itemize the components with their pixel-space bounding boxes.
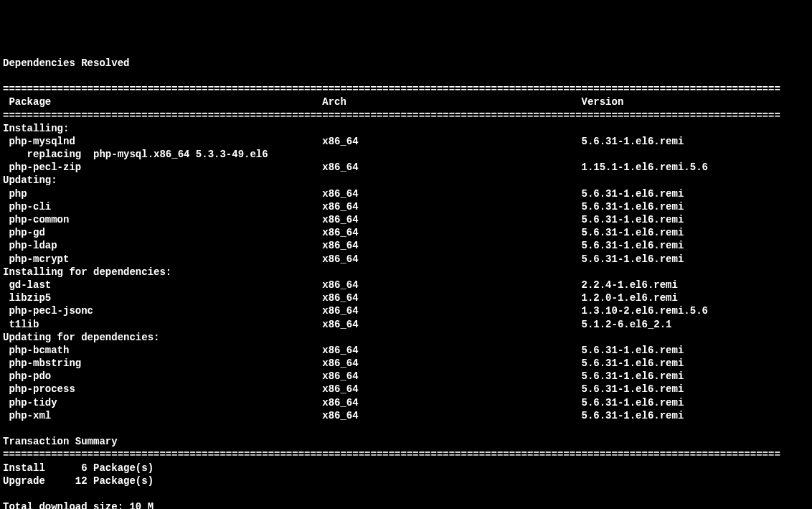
package-name: php-bcmath: [9, 344, 322, 357]
table-row: phpx86_645.6.31-1.el6.remi: [3, 187, 809, 200]
package-name: libzip5: [9, 291, 322, 304]
table-row: php-processx86_645.6.31-1.el6.remi: [3, 383, 809, 396]
download-size: Total download size: 10 M: [3, 500, 809, 509]
package-version: 5.6.31-1.el6.remi: [582, 409, 684, 422]
table-row: php-gdx86_645.6.31-1.el6.remi: [3, 226, 809, 239]
table-row: php-tidyx86_645.6.31-1.el6.remi: [3, 396, 809, 409]
table-row: php-commonx86_645.6.31-1.el6.remi: [3, 213, 809, 226]
table-row: php-mcryptx86_645.6.31-1.el6.remi: [3, 253, 809, 266]
package-version: 5.1.2-6.el6_2.1: [582, 318, 672, 331]
package-name: php-mysqlnd: [9, 135, 322, 148]
package-arch: x86_64: [322, 239, 581, 252]
package-version: 5.6.31-1.el6.remi: [582, 370, 684, 383]
package-arch: x86_64: [322, 396, 581, 409]
package-note: replacing php-mysql.x86_64 5.3.3-49.el6: [3, 148, 809, 161]
table-row: libzip5x86_641.2.0-1.el6.remi: [3, 291, 809, 304]
table-row: php-clix86_645.6.31-1.el6.remi: [3, 200, 809, 213]
package-arch: x86_64: [322, 213, 581, 226]
package-name: php-pecl-jsonc: [9, 304, 322, 317]
package-name: php-pdo: [9, 370, 322, 383]
package-arch: x86_64: [322, 357, 581, 370]
table-row: php-pecl-jsoncx86_641.3.10-2.el6.remi.5.…: [3, 304, 809, 317]
package-version: 5.6.31-1.el6.remi: [582, 135, 684, 148]
table-row: php-ldapx86_645.6.31-1.el6.remi: [3, 239, 809, 252]
package-name: gd-last: [9, 279, 322, 291]
package-version: 5.6.31-1.el6.remi: [582, 187, 684, 200]
package-name: php-process: [9, 383, 322, 396]
package-name: php-cli: [9, 200, 322, 213]
transaction-title: Transaction Summary: [3, 435, 809, 448]
package-arch: x86_64: [322, 344, 581, 357]
title: Dependencies Resolved: [3, 57, 809, 70]
table-header: PackageArchVersion: [3, 95, 809, 108]
table-row: t1libx86_645.1.2-6.el6_2.1: [3, 318, 809, 331]
package-arch: x86_64: [322, 304, 581, 317]
package-arch: x86_64: [322, 253, 581, 266]
package-arch: x86_64: [322, 187, 581, 200]
package-version: 1.15.1-1.el6.remi.5.6: [582, 161, 708, 174]
blank: [3, 422, 809, 435]
summary-upgrade: Upgrade 12 Package(s): [3, 475, 809, 487]
package-name: php-xml: [9, 409, 322, 422]
package-name: php-gd: [9, 226, 322, 239]
section-heading: Installing for dependencies:: [3, 266, 809, 279]
package-name: php-mbstring: [9, 357, 322, 370]
section-heading: Installing:: [3, 122, 809, 135]
table-row: php-xmlx86_645.6.31-1.el6.remi: [3, 409, 809, 422]
package-version: 5.6.31-1.el6.remi: [582, 344, 684, 357]
table-row: php-pecl-zipx86_641.15.1-1.el6.remi.5.6: [3, 161, 809, 174]
package-version: 2.2.4-1.el6.remi: [582, 279, 678, 291]
package-name: php-ldap: [9, 239, 322, 252]
package-arch: x86_64: [322, 135, 581, 148]
package-version: 5.6.31-1.el6.remi: [582, 253, 684, 266]
table-row: php-bcmathx86_645.6.31-1.el6.remi: [3, 344, 809, 357]
section-heading: Updating:: [3, 174, 809, 187]
package-version: 1.2.0-1.el6.remi: [582, 291, 678, 304]
rule-summary: ========================================…: [3, 448, 809, 461]
terminal-output: Dependencies Resolved ==================…: [3, 57, 809, 509]
package-arch: x86_64: [322, 318, 581, 331]
blank: [3, 70, 809, 83]
package-arch: x86_64: [322, 291, 581, 304]
package-arch: x86_64: [322, 226, 581, 239]
section-heading: Updating for dependencies:: [3, 331, 809, 344]
package-version: 1.3.10-2.el6.remi.5.6: [582, 304, 708, 317]
package-version: 5.6.31-1.el6.remi: [582, 383, 684, 396]
table-row: gd-lastx86_642.2.4-1.el6.remi: [3, 279, 809, 291]
table-row: php-mbstringx86_645.6.31-1.el6.remi: [3, 357, 809, 370]
package-version: 5.6.31-1.el6.remi: [582, 357, 684, 370]
rule-header: ========================================…: [3, 109, 809, 122]
package-name: php-tidy: [9, 396, 322, 409]
table-row: php-mysqlndx86_645.6.31-1.el6.remi: [3, 135, 809, 148]
blank: [3, 487, 809, 500]
header-package: Package: [9, 95, 322, 108]
header-arch: Arch: [322, 95, 581, 108]
table-row: php-pdox86_645.6.31-1.el6.remi: [3, 370, 809, 383]
header-version: Version: [582, 95, 624, 108]
package-version: 5.6.31-1.el6.remi: [582, 239, 684, 252]
package-name: php-pecl-zip: [9, 161, 322, 174]
package-name: php-common: [9, 213, 322, 226]
package-version: 5.6.31-1.el6.remi: [582, 396, 684, 409]
rule-top: ========================================…: [3, 83, 809, 95]
package-arch: x86_64: [322, 409, 581, 422]
package-arch: x86_64: [322, 370, 581, 383]
package-name: php: [9, 187, 322, 200]
package-arch: x86_64: [322, 279, 581, 291]
package-arch: x86_64: [322, 161, 581, 174]
package-name: t1lib: [9, 318, 322, 331]
summary-install: Install 6 Package(s): [3, 462, 809, 475]
package-arch: x86_64: [322, 200, 581, 213]
package-arch: x86_64: [322, 383, 581, 396]
package-version: 5.6.31-1.el6.remi: [582, 200, 684, 213]
package-version: 5.6.31-1.el6.remi: [582, 213, 684, 226]
package-name: php-mcrypt: [9, 253, 322, 266]
package-version: 5.6.31-1.el6.remi: [582, 226, 684, 239]
